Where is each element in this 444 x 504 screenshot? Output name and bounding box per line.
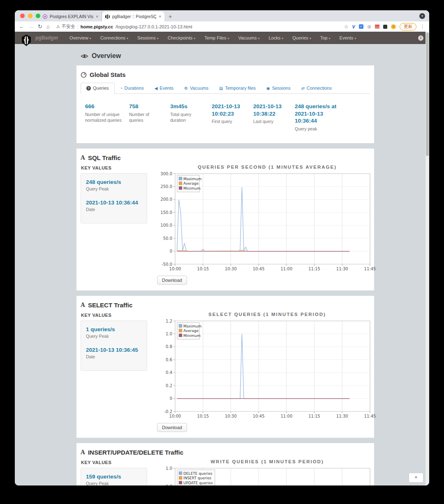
stat-value: 2021-10-13 10:38:22 bbox=[253, 103, 289, 117]
svg-text:150.0: 150.0 bbox=[160, 210, 172, 215]
stat-label: Total query duration bbox=[170, 111, 206, 123]
nav-item-queries[interactable]: Queries▾ bbox=[289, 34, 315, 42]
nav-item-overview[interactable]: Overview▾ bbox=[66, 34, 95, 42]
svg-text:-0.2: -0.2 bbox=[164, 409, 172, 413]
tab-queries[interactable]: ?Queries bbox=[81, 83, 115, 94]
svg-text:10:30: 10:30 bbox=[225, 267, 237, 271]
extensions-row: ☆ V ✓ ⊕ ☺ 更新 ⋮ bbox=[344, 23, 425, 30]
scrollbar-thumb[interactable] bbox=[426, 33, 429, 156]
tab-label: Queries bbox=[93, 86, 109, 91]
page-scrollbar[interactable] bbox=[426, 32, 429, 485]
tab-sessions[interactable]: ◉Sessions bbox=[261, 83, 296, 94]
nav-item-sessions[interactable]: Sessions▾ bbox=[134, 34, 162, 42]
nav-menu: Overview▾Connections▾Sessions▾Checkpoint… bbox=[66, 34, 416, 42]
tab-connections[interactable]: ⇄Connections bbox=[296, 83, 337, 94]
extension-emoji-icon[interactable]: ☺ bbox=[391, 24, 396, 29]
pgbadger-logo bbox=[21, 34, 32, 46]
extension-blue-icon[interactable]: ✓ bbox=[359, 24, 363, 29]
svg-text:1.0: 1.0 bbox=[166, 332, 172, 336]
back-icon[interactable]: ← bbox=[19, 23, 24, 30]
queries-per-second-chart[interactable]: 300.0250.0200.0150.0100.050.00-50.010:00… bbox=[157, 170, 377, 272]
extension-red-icon[interactable] bbox=[375, 25, 379, 28]
svg-text:11:00: 11:00 bbox=[280, 414, 292, 418]
minimize-window-button[interactable] bbox=[28, 14, 32, 18]
close-window-button[interactable] bbox=[20, 14, 25, 18]
alert-triangle-icon: ⚠ bbox=[56, 24, 60, 29]
query-peak-label: Query Peak bbox=[86, 481, 142, 485]
svg-text:10:45: 10:45 bbox=[253, 267, 265, 271]
dashboard-gauge-icon bbox=[81, 72, 87, 78]
key-values-box: 159 queries/s Query Peak 2021-10-13 10:0… bbox=[81, 468, 147, 485]
bookmark-star-icon[interactable]: ☆ bbox=[344, 24, 349, 30]
file-icon: ▤ bbox=[219, 86, 223, 91]
chevron-down-icon: ▾ bbox=[90, 37, 91, 40]
peak-date-label: Date bbox=[86, 354, 142, 359]
nav-item-top[interactable]: Top▾ bbox=[317, 34, 334, 42]
chevron-down-icon: ▾ bbox=[282, 37, 283, 40]
browser-menu-icon[interactable]: ⋮ bbox=[420, 24, 425, 29]
font-a-icon: A bbox=[81, 154, 85, 161]
zoom-window-button[interactable] bbox=[36, 14, 40, 18]
chart-title: SELECT QUERIES (1 MINUTES PERIOD) bbox=[157, 312, 377, 317]
chrome-update-button[interactable]: 更新 bbox=[400, 23, 416, 30]
svg-text:Average: Average bbox=[183, 329, 199, 333]
nav-item-connections[interactable]: Connections▾ bbox=[97, 34, 132, 42]
tab-vacuums[interactable]: ⚙Vacuums bbox=[179, 83, 214, 94]
tab-title: Postgres EXPLAIN Visualizer 2 bbox=[50, 14, 93, 19]
stat-value: 666 bbox=[85, 103, 123, 110]
nav-item-temp-files[interactable]: Temp Files▾ bbox=[201, 34, 233, 42]
chevron-down-icon: ▾ bbox=[194, 37, 195, 40]
pgbadger-favicon bbox=[105, 14, 110, 19]
close-tab-icon[interactable]: × bbox=[159, 14, 161, 19]
select-queries-chart[interactable]: 1.21.00.80.60.40.20-0.210:0010:1510:3010… bbox=[157, 318, 377, 420]
browser-tab-pev2[interactable]: Postgres EXPLAIN Visualizer 2 × bbox=[39, 12, 102, 21]
svg-text:10:30: 10:30 bbox=[225, 414, 237, 418]
chevron-down-icon: ▾ bbox=[258, 37, 260, 40]
svg-text:Average: Average bbox=[183, 181, 199, 186]
peak-date-value: 2021-10-13 10:36:44 bbox=[86, 200, 142, 206]
home-icon[interactable]: ⌂ bbox=[46, 23, 50, 30]
exchange-icon: ⇄ bbox=[301, 86, 304, 91]
extension-v-icon[interactable]: V bbox=[352, 24, 355, 29]
nav-item-vacuums[interactable]: Vacuums▾ bbox=[234, 34, 263, 42]
nav-item-checkpoints[interactable]: Checkpoints▾ bbox=[164, 34, 199, 42]
nav-item-events[interactable]: Events▾ bbox=[336, 34, 360, 42]
info-icon[interactable]: i bbox=[418, 35, 423, 41]
clock-icon: ◔ bbox=[120, 86, 123, 91]
back-to-top-button[interactable]: ^ bbox=[409, 473, 423, 483]
svg-text:11:45: 11:45 bbox=[364, 267, 376, 271]
nav-item-locks[interactable]: Locks▾ bbox=[265, 34, 287, 42]
tab-temporary-files[interactable]: ▤Temporary files bbox=[214, 83, 261, 94]
key-values-heading: KEY VALUES bbox=[81, 460, 154, 465]
close-tab-icon[interactable]: × bbox=[96, 14, 98, 19]
new-tab-button[interactable]: + bbox=[169, 13, 172, 20]
stat-value: 248 queries/s at 2021-10-13 10:36:44 bbox=[295, 103, 342, 125]
download-button[interactable]: Download bbox=[157, 276, 187, 285]
tab-durations[interactable]: ◔Durations bbox=[115, 83, 149, 94]
reload-icon[interactable]: ↻ bbox=[38, 23, 42, 30]
svg-text:10:15: 10:15 bbox=[197, 414, 209, 418]
tab-label: Connections bbox=[307, 86, 332, 91]
tab-search-button[interactable]: ▾ bbox=[419, 13, 425, 19]
security-warning[interactable]: ⚠ 不安全 bbox=[56, 23, 75, 30]
browser-tabbar: Postgres EXPLAIN Visualizer 2 × pgBadger… bbox=[15, 10, 429, 21]
stat-label: Query peak bbox=[295, 126, 342, 132]
stat-label: Number of unique normalized queries bbox=[85, 111, 123, 123]
browser-tab-pgbadger[interactable]: pgBadger :: PostgreSQL Log A × bbox=[102, 12, 164, 21]
svg-text:1.2: 1.2 bbox=[166, 318, 172, 323]
svg-text:11:15: 11:15 bbox=[308, 414, 320, 418]
panel-title: INSERT/UPDATE/DELETE Traffic bbox=[88, 449, 183, 456]
svg-text:INSERT queries: INSERT queries bbox=[183, 476, 211, 480]
address-bar[interactable]: ⚠ 不安全 home.pigsty.cc/logs/pglog-127.0.0.… bbox=[56, 23, 340, 30]
svg-text:Maximum: Maximum bbox=[183, 177, 201, 181]
browser-window: Postgres EXPLAIN Visualizer 2 × pgBadger… bbox=[15, 10, 429, 485]
write-queries-chart[interactable]: 1.00.80.60.40.20-0.210:0010:1510:3010:45… bbox=[157, 465, 377, 485]
forward-icon[interactable]: → bbox=[28, 23, 34, 30]
report-page: Overview Global Stats ?Queries◔Durations… bbox=[15, 44, 429, 485]
tab-events[interactable]: ◀Events bbox=[149, 83, 179, 94]
extension-globe-icon[interactable]: ⊕ bbox=[367, 24, 371, 30]
download-button[interactable]: Download bbox=[157, 423, 187, 432]
extensions-puzzle-icon[interactable] bbox=[383, 25, 387, 29]
svg-text:11:15: 11:15 bbox=[308, 267, 320, 271]
brand-name: pgBadger bbox=[35, 35, 58, 41]
